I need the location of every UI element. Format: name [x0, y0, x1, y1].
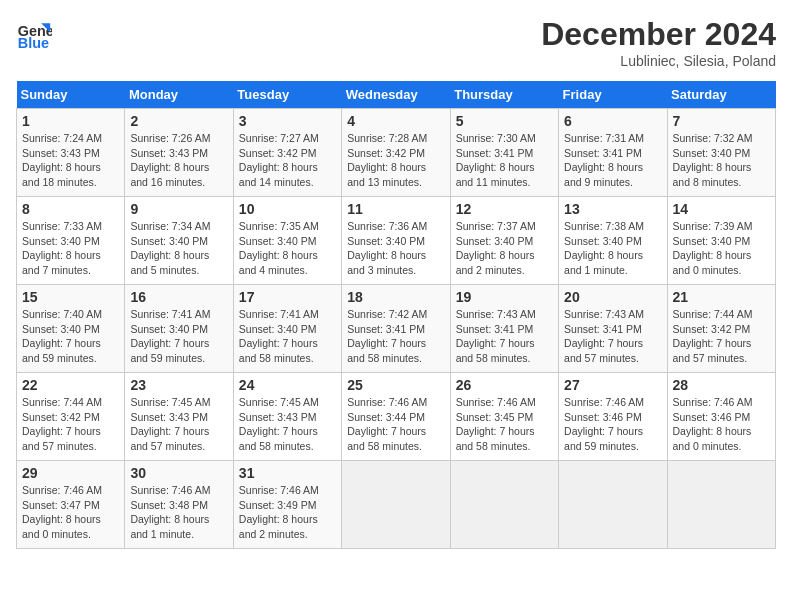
day-cell-23: 23 Sunrise: 7:45 AM Sunset: 3:43 PM Dayl… [125, 373, 233, 461]
day-info: Sunrise: 7:45 AM Sunset: 3:43 PM Dayligh… [239, 395, 336, 454]
day-number: 25 [347, 377, 444, 393]
day-cell-16: 16 Sunrise: 7:41 AM Sunset: 3:40 PM Dayl… [125, 285, 233, 373]
day-info: Sunrise: 7:36 AM Sunset: 3:40 PM Dayligh… [347, 219, 444, 278]
calendar-week-5: 29 Sunrise: 7:46 AM Sunset: 3:47 PM Dayl… [17, 461, 776, 549]
day-cell-12: 12 Sunrise: 7:37 AM Sunset: 3:40 PM Dayl… [450, 197, 558, 285]
day-number: 14 [673, 201, 770, 217]
day-info: Sunrise: 7:40 AM Sunset: 3:40 PM Dayligh… [22, 307, 119, 366]
day-number: 3 [239, 113, 336, 129]
day-info: Sunrise: 7:26 AM Sunset: 3:43 PM Dayligh… [130, 131, 227, 190]
day-number: 15 [22, 289, 119, 305]
day-number: 22 [22, 377, 119, 393]
day-number: 10 [239, 201, 336, 217]
day-number: 4 [347, 113, 444, 129]
day-cell-8: 8 Sunrise: 7:33 AM Sunset: 3:40 PM Dayli… [17, 197, 125, 285]
day-cell-13: 13 Sunrise: 7:38 AM Sunset: 3:40 PM Dayl… [559, 197, 667, 285]
day-cell-3: 3 Sunrise: 7:27 AM Sunset: 3:42 PM Dayli… [233, 109, 341, 197]
day-cell-17: 17 Sunrise: 7:41 AM Sunset: 3:40 PM Dayl… [233, 285, 341, 373]
day-info: Sunrise: 7:37 AM Sunset: 3:40 PM Dayligh… [456, 219, 553, 278]
day-number: 26 [456, 377, 553, 393]
day-number: 9 [130, 201, 227, 217]
col-header-friday: Friday [559, 81, 667, 109]
day-info: Sunrise: 7:46 AM Sunset: 3:45 PM Dayligh… [456, 395, 553, 454]
day-cell-6: 6 Sunrise: 7:31 AM Sunset: 3:41 PM Dayli… [559, 109, 667, 197]
day-info: Sunrise: 7:43 AM Sunset: 3:41 PM Dayligh… [456, 307, 553, 366]
day-info: Sunrise: 7:30 AM Sunset: 3:41 PM Dayligh… [456, 131, 553, 190]
day-info: Sunrise: 7:35 AM Sunset: 3:40 PM Dayligh… [239, 219, 336, 278]
day-number: 17 [239, 289, 336, 305]
day-number: 18 [347, 289, 444, 305]
day-number: 24 [239, 377, 336, 393]
col-header-wednesday: Wednesday [342, 81, 450, 109]
day-cell-4: 4 Sunrise: 7:28 AM Sunset: 3:42 PM Dayli… [342, 109, 450, 197]
day-number: 21 [673, 289, 770, 305]
day-info: Sunrise: 7:46 AM Sunset: 3:48 PM Dayligh… [130, 483, 227, 542]
day-info: Sunrise: 7:32 AM Sunset: 3:40 PM Dayligh… [673, 131, 770, 190]
calendar-week-2: 8 Sunrise: 7:33 AM Sunset: 3:40 PM Dayli… [17, 197, 776, 285]
day-info: Sunrise: 7:34 AM Sunset: 3:40 PM Dayligh… [130, 219, 227, 278]
day-cell-14: 14 Sunrise: 7:39 AM Sunset: 3:40 PM Dayl… [667, 197, 775, 285]
day-cell-22: 22 Sunrise: 7:44 AM Sunset: 3:42 PM Dayl… [17, 373, 125, 461]
col-header-sunday: Sunday [17, 81, 125, 109]
col-header-tuesday: Tuesday [233, 81, 341, 109]
day-cell-26: 26 Sunrise: 7:46 AM Sunset: 3:45 PM Dayl… [450, 373, 558, 461]
day-info: Sunrise: 7:38 AM Sunset: 3:40 PM Dayligh… [564, 219, 661, 278]
month-title: December 2024 [541, 16, 776, 53]
page-header: General Blue December 2024 Lubliniec, Si… [16, 16, 776, 69]
day-info: Sunrise: 7:33 AM Sunset: 3:40 PM Dayligh… [22, 219, 119, 278]
col-header-saturday: Saturday [667, 81, 775, 109]
day-number: 13 [564, 201, 661, 217]
empty-cell [342, 461, 450, 549]
logo: General Blue [16, 16, 52, 52]
calendar-week-4: 22 Sunrise: 7:44 AM Sunset: 3:42 PM Dayl… [17, 373, 776, 461]
day-cell-21: 21 Sunrise: 7:44 AM Sunset: 3:42 PM Dayl… [667, 285, 775, 373]
day-cell-9: 9 Sunrise: 7:34 AM Sunset: 3:40 PM Dayli… [125, 197, 233, 285]
day-info: Sunrise: 7:42 AM Sunset: 3:41 PM Dayligh… [347, 307, 444, 366]
day-info: Sunrise: 7:46 AM Sunset: 3:47 PM Dayligh… [22, 483, 119, 542]
day-info: Sunrise: 7:41 AM Sunset: 3:40 PM Dayligh… [239, 307, 336, 366]
day-cell-2: 2 Sunrise: 7:26 AM Sunset: 3:43 PM Dayli… [125, 109, 233, 197]
day-number: 29 [22, 465, 119, 481]
day-cell-31: 31 Sunrise: 7:46 AM Sunset: 3:49 PM Dayl… [233, 461, 341, 549]
title-block: December 2024 Lubliniec, Silesia, Poland [541, 16, 776, 69]
day-cell-24: 24 Sunrise: 7:45 AM Sunset: 3:43 PM Dayl… [233, 373, 341, 461]
day-number: 8 [22, 201, 119, 217]
empty-cell [667, 461, 775, 549]
empty-cell [450, 461, 558, 549]
day-info: Sunrise: 7:46 AM Sunset: 3:49 PM Dayligh… [239, 483, 336, 542]
day-number: 28 [673, 377, 770, 393]
day-number: 16 [130, 289, 227, 305]
day-info: Sunrise: 7:43 AM Sunset: 3:41 PM Dayligh… [564, 307, 661, 366]
day-cell-29: 29 Sunrise: 7:46 AM Sunset: 3:47 PM Dayl… [17, 461, 125, 549]
calendar-week-1: 1 Sunrise: 7:24 AM Sunset: 3:43 PM Dayli… [17, 109, 776, 197]
day-number: 20 [564, 289, 661, 305]
day-cell-18: 18 Sunrise: 7:42 AM Sunset: 3:41 PM Dayl… [342, 285, 450, 373]
day-info: Sunrise: 7:44 AM Sunset: 3:42 PM Dayligh… [673, 307, 770, 366]
day-number: 2 [130, 113, 227, 129]
day-info: Sunrise: 7:27 AM Sunset: 3:42 PM Dayligh… [239, 131, 336, 190]
day-info: Sunrise: 7:31 AM Sunset: 3:41 PM Dayligh… [564, 131, 661, 190]
day-cell-11: 11 Sunrise: 7:36 AM Sunset: 3:40 PM Dayl… [342, 197, 450, 285]
day-info: Sunrise: 7:41 AM Sunset: 3:40 PM Dayligh… [130, 307, 227, 366]
day-info: Sunrise: 7:45 AM Sunset: 3:43 PM Dayligh… [130, 395, 227, 454]
day-cell-25: 25 Sunrise: 7:46 AM Sunset: 3:44 PM Dayl… [342, 373, 450, 461]
header-row: SundayMondayTuesdayWednesdayThursdayFrid… [17, 81, 776, 109]
empty-cell [559, 461, 667, 549]
day-cell-1: 1 Sunrise: 7:24 AM Sunset: 3:43 PM Dayli… [17, 109, 125, 197]
day-cell-15: 15 Sunrise: 7:40 AM Sunset: 3:40 PM Dayl… [17, 285, 125, 373]
day-number: 23 [130, 377, 227, 393]
day-number: 5 [456, 113, 553, 129]
day-info: Sunrise: 7:24 AM Sunset: 3:43 PM Dayligh… [22, 131, 119, 190]
calendar-week-3: 15 Sunrise: 7:40 AM Sunset: 3:40 PM Dayl… [17, 285, 776, 373]
day-number: 31 [239, 465, 336, 481]
day-info: Sunrise: 7:46 AM Sunset: 3:46 PM Dayligh… [564, 395, 661, 454]
day-cell-20: 20 Sunrise: 7:43 AM Sunset: 3:41 PM Dayl… [559, 285, 667, 373]
day-cell-7: 7 Sunrise: 7:32 AM Sunset: 3:40 PM Dayli… [667, 109, 775, 197]
day-cell-28: 28 Sunrise: 7:46 AM Sunset: 3:46 PM Dayl… [667, 373, 775, 461]
logo-icon: General Blue [16, 16, 52, 52]
col-header-thursday: Thursday [450, 81, 558, 109]
day-number: 27 [564, 377, 661, 393]
day-info: Sunrise: 7:46 AM Sunset: 3:46 PM Dayligh… [673, 395, 770, 454]
location-subtitle: Lubliniec, Silesia, Poland [541, 53, 776, 69]
day-number: 1 [22, 113, 119, 129]
